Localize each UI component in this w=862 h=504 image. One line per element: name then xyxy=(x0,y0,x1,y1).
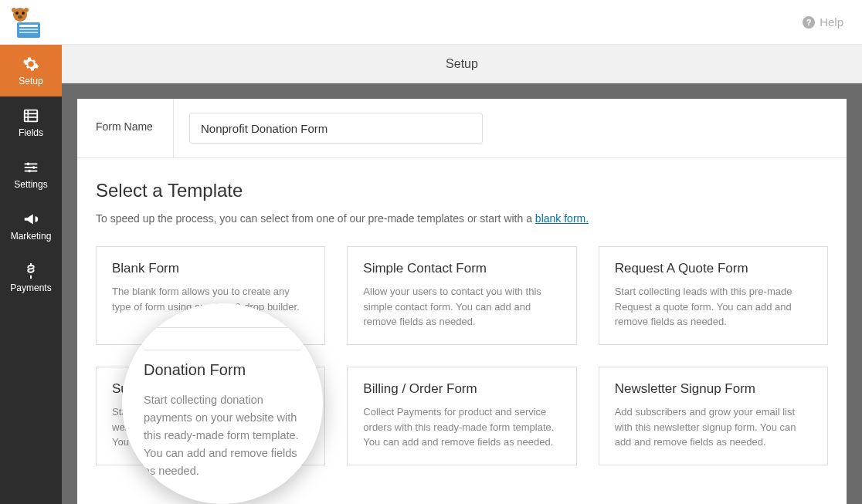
template-card-title: Billing / Order Form xyxy=(363,381,560,397)
svg-point-4 xyxy=(12,8,16,12)
svg-point-19 xyxy=(28,169,31,172)
help-label: Help xyxy=(820,15,843,29)
sidebar-item-setup[interactable]: Setup xyxy=(0,45,62,96)
template-description: To speed up the process, you can select … xyxy=(96,212,828,225)
sidebar-label: Setup xyxy=(19,76,42,86)
sidebar-item-payments[interactable]: Payments xyxy=(0,252,62,303)
sidebar-label: Marketing xyxy=(11,231,52,242)
sliders-icon xyxy=(22,159,39,176)
svg-point-17 xyxy=(27,162,30,165)
app-logo xyxy=(6,4,43,41)
blank-form-link[interactable]: blank form. xyxy=(535,212,589,225)
template-card-desc: Allow your users to contact you with thi… xyxy=(363,284,560,330)
dollar-icon xyxy=(22,262,39,279)
bullhorn-icon xyxy=(22,211,39,228)
svg-rect-7 xyxy=(19,25,38,27)
template-card-desc: Start collecting leads with this pre-mad… xyxy=(615,284,812,330)
zoom-highlight-donation: Donation Form Start collecting donation … xyxy=(122,303,323,504)
page-title-bar: Setup xyxy=(62,45,862,83)
svg-point-1 xyxy=(15,12,19,15)
template-card-simple-contact[interactable]: Simple Contact Form Allow your users to … xyxy=(347,246,576,345)
template-card-title: Simple Contact Form xyxy=(363,261,560,276)
svg-rect-10 xyxy=(25,110,38,121)
svg-point-18 xyxy=(32,166,36,169)
gear-icon xyxy=(22,56,39,73)
template-card-title: Request A Quote Form xyxy=(615,261,812,276)
template-card-title: Newsletter Signup Form xyxy=(615,381,812,397)
template-card-title: Blank Form xyxy=(112,261,309,276)
template-card-desc: Add subscribers and grow your email list… xyxy=(615,404,812,450)
template-card-desc: Collect Payments for product and service… xyxy=(363,404,560,450)
sidebar-label: Fields xyxy=(19,127,43,138)
zoom-title: Donation Form xyxy=(144,361,301,379)
template-card-newsletter[interactable]: Newsletter Signup Form Add subscribers a… xyxy=(599,367,828,465)
help-icon: ? xyxy=(803,16,815,29)
form-name-input[interactable] xyxy=(189,113,483,144)
topbar: ? Help xyxy=(0,0,862,45)
svg-rect-9 xyxy=(19,32,38,33)
svg-rect-8 xyxy=(19,29,38,30)
sidebar-item-settings[interactable]: Settings xyxy=(0,148,62,200)
template-card-request-quote[interactable]: Request A Quote Form Start collecting le… xyxy=(599,246,828,345)
svg-point-5 xyxy=(24,8,29,12)
template-card-billing-order[interactable]: Billing / Order Form Collect Payments fo… xyxy=(347,367,576,465)
sidebar: Setup Fields Settings Marketing Payments xyxy=(0,45,62,504)
svg-point-2 xyxy=(22,12,25,15)
sidebar-label: Payments xyxy=(10,282,51,293)
zoom-desc: Start collecting donation payments on yo… xyxy=(144,391,301,481)
sidebar-item-fields[interactable]: Fields xyxy=(0,96,62,148)
sidebar-item-marketing[interactable]: Marketing xyxy=(0,200,62,252)
page-title: Setup xyxy=(446,57,478,71)
list-icon xyxy=(22,107,39,124)
sidebar-label: Settings xyxy=(14,179,47,190)
svg-point-3 xyxy=(18,15,22,19)
form-name-label: Form Name xyxy=(77,99,174,157)
template-heading: Select a Template xyxy=(96,180,828,201)
help-button[interactable]: ? Help xyxy=(803,15,843,29)
